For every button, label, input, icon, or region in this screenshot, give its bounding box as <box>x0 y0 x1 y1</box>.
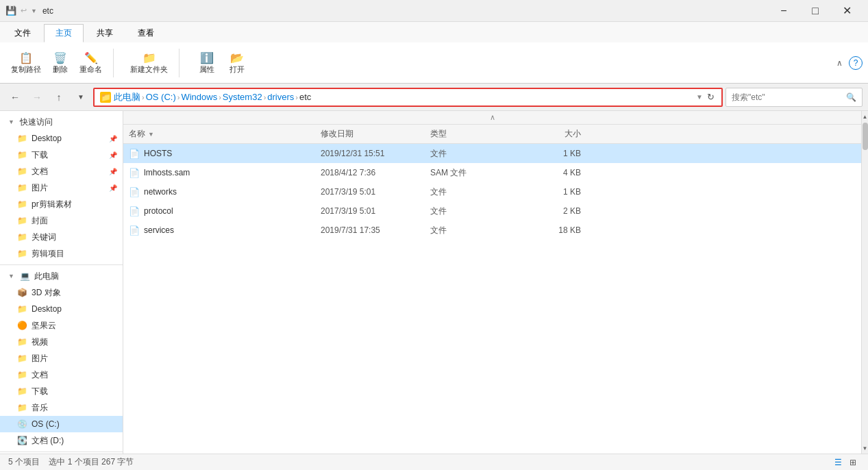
quick-access-label: 快速访问 <box>20 116 53 128</box>
sidebar-label: 封面 <box>32 215 48 227</box>
new-folder-button[interactable]: 📁 新建文件夹 <box>127 49 171 77</box>
status-selected: 选中 1 个项目 267 字节 <box>49 457 134 467</box>
scroll-thumb[interactable] <box>863 123 868 150</box>
address-part-system32[interactable]: System32 <box>223 92 262 102</box>
copy-path-button[interactable]: 📋 复制路径 <box>8 49 44 77</box>
back-button[interactable]: ← <box>5 88 25 107</box>
scroll-down-button[interactable]: ▼ <box>862 443 869 454</box>
folder-icon: 📁 <box>16 166 27 177</box>
sidebar-item-pics-pc[interactable]: 📁 图片 <box>0 350 123 367</box>
properties-button[interactable]: ℹ️ 属性 <box>193 49 221 77</box>
sidebar-item-osc[interactable]: 💿 OS (C:) <box>0 416 123 432</box>
this-pc-icon: 💻 <box>20 271 30 281</box>
tab-view[interactable]: 查看 <box>126 24 166 42</box>
details-view-button[interactable]: ☰ <box>831 456 845 469</box>
scroll-track[interactable] <box>862 122 869 443</box>
col-header-type[interactable]: 类型 <box>430 128 526 140</box>
file-row-services[interactable]: 📄 services 2019/7/31 17:35 文件 18 KB <box>123 221 861 240</box>
thispc-expand-icon: ▼ <box>8 273 14 280</box>
sidebar-item-docs-quick[interactable]: 📁 文档 📌 <box>0 163 123 180</box>
sidebar-item-drive-d[interactable]: 💽 文档 (D:) <box>0 432 123 449</box>
file-icon-protocol: 📄 <box>129 206 140 217</box>
scroll-up-button[interactable]: ▲ <box>862 111 869 122</box>
dropdown-arrow-icon[interactable]: ▼ <box>31 8 37 14</box>
file-row-protocol[interactable]: 📄 protocol 2017/3/19 5:01 文件 2 KB <box>123 201 861 221</box>
col-header-name[interactable]: 名称 ▼ <box>129 128 321 140</box>
col-header-date[interactable]: 修改日期 <box>321 128 430 140</box>
tab-share[interactable]: 共享 <box>85 24 125 42</box>
status-info: 5 个项目 选中 1 个项目 267 字节 <box>8 456 134 468</box>
sidebar-label: 坚果云 <box>32 320 56 332</box>
sidebar-item-download-quick[interactable]: 📁 下载 📌 <box>0 147 123 163</box>
address-part-drivers[interactable]: drivers <box>267 92 294 102</box>
open-button[interactable]: 📂 打开 <box>223 49 251 77</box>
address-refresh-icon[interactable]: ↻ <box>706 92 716 102</box>
delete-button[interactable]: 🗑️ 删除 <box>47 49 74 77</box>
sidebar-label: OS (C:) <box>32 419 60 429</box>
up-button[interactable]: ↑ <box>49 88 69 107</box>
close-button[interactable]: ✕ <box>831 0 863 22</box>
address-part-etc: etc <box>299 92 311 102</box>
sidebar-item-desktop-quick[interactable]: 📁 Desktop 📌 <box>0 130 123 147</box>
ribbon-collapse-button[interactable]: ∧ <box>832 56 846 70</box>
file-name-lmhosts: lmhosts.sam <box>144 168 321 177</box>
this-pc-header[interactable]: ▼ 💻 此电脑 <box>0 268 123 284</box>
view-buttons: ☰ ⊞ <box>831 456 860 469</box>
address-bar[interactable]: 📁 此电脑 › OS (C:) › Windows › System32 › d… <box>93 88 723 107</box>
sidebar: ▼ 快速访问 📁 Desktop 📌 📁 下载 📌 📁 文档 📌 📁 图片 📌 … <box>0 111 123 454</box>
right-scrollbar[interactable]: ▲ ▼ <box>861 111 868 454</box>
sidebar-item-pr[interactable]: 📁 pr剪辑素材 <box>0 196 123 212</box>
help-button[interactable]: ? <box>849 56 863 70</box>
pin-icon: 📌 <box>109 135 117 143</box>
file-row-networks[interactable]: 📄 networks 2017/3/19 5:01 文件 1 KB <box>123 182 861 201</box>
folder-icon: 📁 <box>16 232 27 243</box>
file-row-hosts[interactable]: 📄 HOSTS 2019/12/31 15:51 文件 1 KB <box>123 144 861 163</box>
quick-access-header[interactable]: ▼ 快速访问 <box>0 114 123 130</box>
status-bar: 5 个项目 选中 1 个项目 267 字节 ☰ ⊞ <box>0 454 868 470</box>
col-header-size[interactable]: 大小 <box>526 128 581 140</box>
search-input[interactable] <box>732 92 843 102</box>
pin-icon: 📌 <box>109 151 117 159</box>
rename-button[interactable]: ✏️ 重命名 <box>77 49 105 77</box>
search-bar[interactable]: 🔍 <box>726 88 863 107</box>
sort-indicator[interactable]: ∧ <box>490 113 495 122</box>
minimize-button[interactable]: − <box>768 0 799 22</box>
address-sep-4: › <box>264 93 266 101</box>
sidebar-item-desktop-pc[interactable]: 📁 Desktop <box>0 301 123 317</box>
file-row-lmhosts[interactable]: 📄 lmhosts.sam 2018/4/12 7:36 SAM 文件 4 KB <box>123 163 861 182</box>
grid-view-button[interactable]: ⊞ <box>846 456 860 469</box>
sidebar-item-keywords[interactable]: 📁 关键词 <box>0 229 123 245</box>
address-part-thispc[interactable]: 此电脑 <box>114 91 140 103</box>
tab-home[interactable]: 主页 <box>44 24 84 42</box>
file-date-networks: 2017/3/19 5:01 <box>321 187 430 197</box>
sidebar-item-music[interactable]: 📁 音乐 <box>0 399 123 416</box>
tab-file[interactable]: 文件 <box>3 24 42 42</box>
sidebar-item-docs-pc[interactable]: 📁 文档 <box>0 367 123 383</box>
file-date-lmhosts: 2018/4/12 7:36 <box>321 168 430 177</box>
address-part-c[interactable]: OS (C:) <box>146 92 176 102</box>
sidebar-item-cover[interactable]: 📁 封面 <box>0 212 123 229</box>
search-icon[interactable]: 🔍 <box>846 92 856 102</box>
sidebar-item-download-pc[interactable]: 📁 下载 <box>0 383 123 399</box>
folder-icon: 📁 <box>16 402 27 413</box>
sidebar-item-jianguoyun[interactable]: 🟠 坚果云 <box>0 317 123 334</box>
address-dropdown-icon[interactable]: ▼ <box>695 93 704 101</box>
sidebar-item-3d[interactable]: 📦 3D 对象 <box>0 284 123 301</box>
folder-icon: 📁 <box>16 199 27 210</box>
address-part-windows[interactable]: Windows <box>181 92 217 102</box>
maximize-button[interactable]: □ <box>799 0 831 22</box>
sidebar-item-project[interactable]: 📁 剪辑项目 <box>0 245 123 262</box>
recent-locations-button[interactable]: ▼ <box>71 88 90 107</box>
sidebar-label: 下载 <box>32 149 48 161</box>
forward-button[interactable]: → <box>27 88 47 107</box>
quick-undo-icon[interactable]: ↩ <box>21 6 27 15</box>
sidebar-label: 文档 <box>32 166 48 177</box>
quick-save-icon[interactable]: 💾 <box>5 5 16 16</box>
sidebar-item-video[interactable]: 📁 视频 <box>0 334 123 350</box>
folder-icon: 📁 <box>16 386 27 397</box>
jianguoyun-icon: 🟠 <box>16 320 27 331</box>
sidebar-item-pics-quick[interactable]: 📁 图片 📌 <box>0 180 123 196</box>
file-type-services: 文件 <box>430 225 526 236</box>
ribbon: 文件 主页 共享 查看 📋 复制路径 🗑️ 删除 ✏️ <box>0 22 868 84</box>
file-name-networks: networks <box>144 187 321 197</box>
